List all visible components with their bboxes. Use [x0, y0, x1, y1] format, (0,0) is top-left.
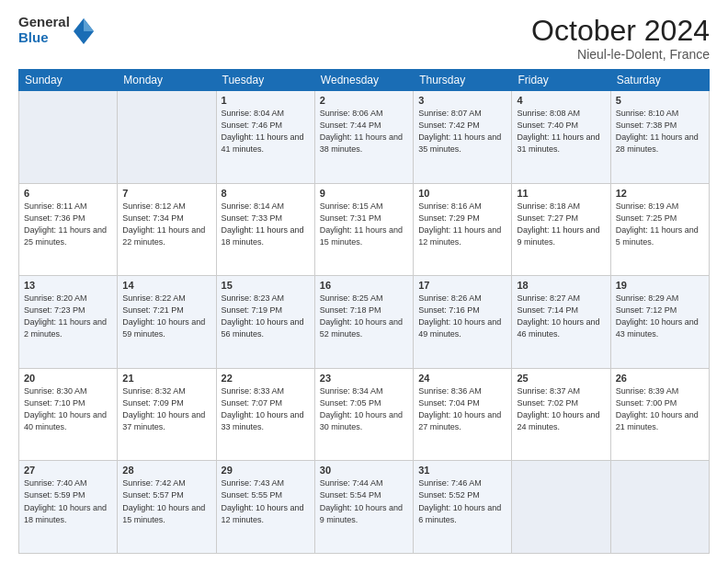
day-number: 3 [418, 95, 506, 106]
day-number: 19 [616, 280, 704, 291]
logo-icon [74, 18, 94, 44]
day-number: 21 [122, 373, 210, 384]
calendar-cell: 10Sunrise: 8:16 AM Sunset: 7:29 PM Dayli… [414, 183, 512, 276]
calendar-row-3: 13Sunrise: 8:20 AM Sunset: 7:23 PM Dayli… [19, 276, 710, 369]
cell-info: Sunrise: 8:22 AM Sunset: 7:21 PM Dayligh… [122, 293, 210, 340]
day-number: 8 [222, 188, 310, 199]
weekday-header-friday: Friday [512, 70, 610, 91]
day-number: 4 [517, 95, 605, 106]
calendar-cell: 30Sunrise: 7:44 AM Sunset: 5:54 PM Dayli… [314, 461, 413, 554]
weekday-header-wednesday: Wednesday [314, 70, 413, 91]
day-number: 22 [222, 373, 310, 384]
cell-info: Sunrise: 8:37 AM Sunset: 7:02 PM Dayligh… [517, 385, 605, 433]
cell-info: Sunrise: 8:06 AM Sunset: 7:44 PM Dayligh… [320, 108, 408, 155]
calendar-row-4: 20Sunrise: 8:30 AM Sunset: 7:10 PM Dayli… [19, 368, 710, 461]
cell-info: Sunrise: 8:14 AM Sunset: 7:33 PM Dayligh… [222, 201, 310, 248]
day-number: 13 [24, 280, 112, 291]
header: General Blue October 2024 Nieul-le-Dolen… [18, 15, 710, 62]
day-number: 5 [616, 95, 704, 106]
cell-info: Sunrise: 8:34 AM Sunset: 7:05 PM Dayligh… [320, 385, 408, 433]
cell-info: Sunrise: 8:18 AM Sunset: 7:27 PM Dayligh… [517, 201, 605, 248]
calendar-cell [118, 91, 216, 184]
calendar-cell: 3Sunrise: 8:07 AM Sunset: 7:42 PM Daylig… [414, 91, 512, 184]
calendar-cell: 19Sunrise: 8:29 AM Sunset: 7:12 PM Dayli… [610, 276, 709, 369]
day-number: 17 [418, 280, 506, 291]
calendar-cell: 27Sunrise: 7:40 AM Sunset: 5:59 PM Dayli… [19, 461, 118, 554]
day-number: 26 [616, 373, 704, 384]
calendar-cell: 20Sunrise: 8:30 AM Sunset: 7:10 PM Dayli… [19, 368, 118, 461]
location: Nieul-le-Dolent, France [531, 47, 710, 62]
day-number: 15 [222, 280, 310, 291]
cell-info: Sunrise: 8:12 AM Sunset: 7:34 PM Dayligh… [122, 201, 210, 248]
calendar-cell: 24Sunrise: 8:36 AM Sunset: 7:04 PM Dayli… [414, 368, 512, 461]
title-block: October 2024 Nieul-le-Dolent, France [531, 15, 710, 62]
svg-marker-1 [84, 18, 94, 31]
calendar-cell: 16Sunrise: 8:25 AM Sunset: 7:18 PM Dayli… [314, 276, 413, 369]
day-number: 28 [122, 465, 210, 476]
calendar-cell: 4Sunrise: 8:08 AM Sunset: 7:40 PM Daylig… [512, 91, 610, 184]
calendar-cell: 12Sunrise: 8:19 AM Sunset: 7:25 PM Dayli… [610, 183, 709, 276]
weekday-header-monday: Monday [118, 70, 216, 91]
cell-info: Sunrise: 8:16 AM Sunset: 7:29 PM Dayligh… [418, 201, 506, 248]
weekday-header-thursday: Thursday [414, 70, 512, 91]
month-title: October 2024 [531, 15, 710, 47]
day-number: 2 [320, 95, 408, 106]
logo-general: General [18, 15, 70, 30]
day-number: 7 [122, 188, 210, 199]
weekday-header-tuesday: Tuesday [216, 70, 314, 91]
calendar-cell: 22Sunrise: 8:33 AM Sunset: 7:07 PM Dayli… [216, 368, 314, 461]
calendar-cell: 11Sunrise: 8:18 AM Sunset: 7:27 PM Dayli… [512, 183, 610, 276]
cell-info: Sunrise: 8:23 AM Sunset: 7:19 PM Dayligh… [222, 293, 310, 340]
day-number: 27 [24, 465, 112, 476]
cell-info: Sunrise: 8:27 AM Sunset: 7:14 PM Dayligh… [517, 293, 605, 340]
cell-info: Sunrise: 8:26 AM Sunset: 7:16 PM Dayligh… [418, 293, 506, 340]
cell-info: Sunrise: 8:07 AM Sunset: 7:42 PM Dayligh… [418, 108, 506, 155]
calendar-cell: 28Sunrise: 7:42 AM Sunset: 5:57 PM Dayli… [118, 461, 216, 554]
calendar-row-5: 27Sunrise: 7:40 AM Sunset: 5:59 PM Dayli… [19, 461, 710, 554]
cell-info: Sunrise: 7:43 AM Sunset: 5:55 PM Dayligh… [222, 477, 310, 525]
calendar-cell: 14Sunrise: 8:22 AM Sunset: 7:21 PM Dayli… [118, 276, 216, 369]
calendar-cell: 6Sunrise: 8:11 AM Sunset: 7:36 PM Daylig… [19, 183, 118, 276]
day-number: 1 [222, 95, 310, 106]
calendar-cell: 17Sunrise: 8:26 AM Sunset: 7:16 PM Dayli… [414, 276, 512, 369]
cell-info: Sunrise: 7:44 AM Sunset: 5:54 PM Dayligh… [320, 477, 408, 525]
calendar-cell: 8Sunrise: 8:14 AM Sunset: 7:33 PM Daylig… [216, 183, 314, 276]
calendar-cell: 31Sunrise: 7:46 AM Sunset: 5:52 PM Dayli… [414, 461, 512, 554]
cell-info: Sunrise: 8:04 AM Sunset: 7:46 PM Dayligh… [222, 108, 310, 155]
weekday-header-saturday: Saturday [610, 70, 709, 91]
calendar-cell: 5Sunrise: 8:10 AM Sunset: 7:38 PM Daylig… [610, 91, 709, 184]
cell-info: Sunrise: 7:40 AM Sunset: 5:59 PM Dayligh… [24, 477, 112, 525]
calendar-cell: 2Sunrise: 8:06 AM Sunset: 7:44 PM Daylig… [314, 91, 413, 184]
calendar-cell: 23Sunrise: 8:34 AM Sunset: 7:05 PM Dayli… [314, 368, 413, 461]
day-number: 29 [222, 465, 310, 476]
day-number: 10 [418, 188, 506, 199]
cell-info: Sunrise: 8:15 AM Sunset: 7:31 PM Dayligh… [320, 201, 408, 248]
cell-info: Sunrise: 8:39 AM Sunset: 7:00 PM Dayligh… [616, 385, 704, 433]
calendar-cell: 18Sunrise: 8:27 AM Sunset: 7:14 PM Dayli… [512, 276, 610, 369]
day-number: 11 [517, 188, 605, 199]
cell-info: Sunrise: 7:42 AM Sunset: 5:57 PM Dayligh… [122, 477, 210, 525]
day-number: 31 [418, 465, 506, 476]
day-number: 23 [320, 373, 408, 384]
day-number: 20 [24, 373, 112, 384]
cell-info: Sunrise: 8:11 AM Sunset: 7:36 PM Dayligh… [24, 201, 112, 248]
day-number: 6 [24, 188, 112, 199]
day-number: 30 [320, 465, 408, 476]
calendar-cell: 21Sunrise: 8:32 AM Sunset: 7:09 PM Dayli… [118, 368, 216, 461]
day-number: 9 [320, 188, 408, 199]
cell-info: Sunrise: 8:29 AM Sunset: 7:12 PM Dayligh… [616, 293, 704, 340]
calendar-cell: 29Sunrise: 7:43 AM Sunset: 5:55 PM Dayli… [216, 461, 314, 554]
cell-info: Sunrise: 8:20 AM Sunset: 7:23 PM Dayligh… [24, 293, 112, 340]
cell-info: Sunrise: 8:32 AM Sunset: 7:09 PM Dayligh… [122, 385, 210, 433]
day-number: 18 [517, 280, 605, 291]
logo-blue: Blue [18, 30, 70, 46]
page: General Blue October 2024 Nieul-le-Dolen… [0, 0, 728, 563]
calendar-cell [512, 461, 610, 554]
calendar-cell: 15Sunrise: 8:23 AM Sunset: 7:19 PM Dayli… [216, 276, 314, 369]
calendar-cell: 9Sunrise: 8:15 AM Sunset: 7:31 PM Daylig… [314, 183, 413, 276]
calendar-cell: 26Sunrise: 8:39 AM Sunset: 7:00 PM Dayli… [610, 368, 709, 461]
day-number: 16 [320, 280, 408, 291]
calendar-cell: 25Sunrise: 8:37 AM Sunset: 7:02 PM Dayli… [512, 368, 610, 461]
day-number: 14 [122, 280, 210, 291]
cell-info: Sunrise: 8:10 AM Sunset: 7:38 PM Dayligh… [616, 108, 704, 155]
